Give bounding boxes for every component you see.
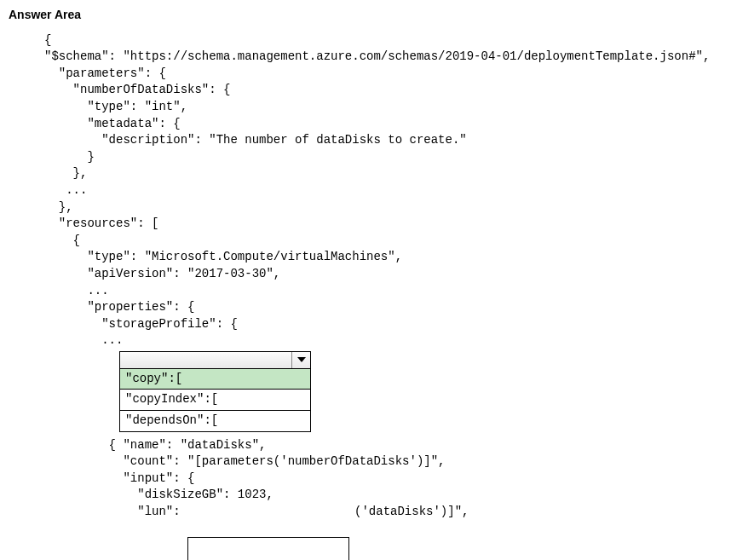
code-block-top: { "$schema": "https://schema.management.… — [9, 32, 728, 349]
answer-area-heading: Answer Area — [9, 7, 728, 24]
svg-marker-0 — [297, 357, 306, 362]
dropdown-1[interactable]: "copy":[ "copyIndex":[ "dependsOn":[ — [119, 351, 311, 432]
code-block-middle: { "name": "dataDisks", "count": "[parame… — [9, 437, 728, 504]
lun-suffix: ('dataDisks')]", — [349, 504, 469, 521]
dropdown-1-option-copyindex[interactable]: "copyIndex":[ — [120, 390, 310, 411]
lun-line: "lun": "[copy "[copyIndex "[dependsOn ('… — [9, 504, 728, 560]
dropdown-2[interactable]: "[copy "[copyIndex "[dependsOn — [187, 537, 349, 560]
dropdown-1-option-copy[interactable]: "copy":[ — [120, 369, 310, 390]
lun-label: "lun": — [9, 504, 187, 521]
dropdown-1-header[interactable] — [120, 352, 310, 369]
chevron-down-icon[interactable] — [291, 352, 310, 368]
dropdown-1-option-dependson[interactable]: "dependsOn":[ — [120, 411, 310, 431]
